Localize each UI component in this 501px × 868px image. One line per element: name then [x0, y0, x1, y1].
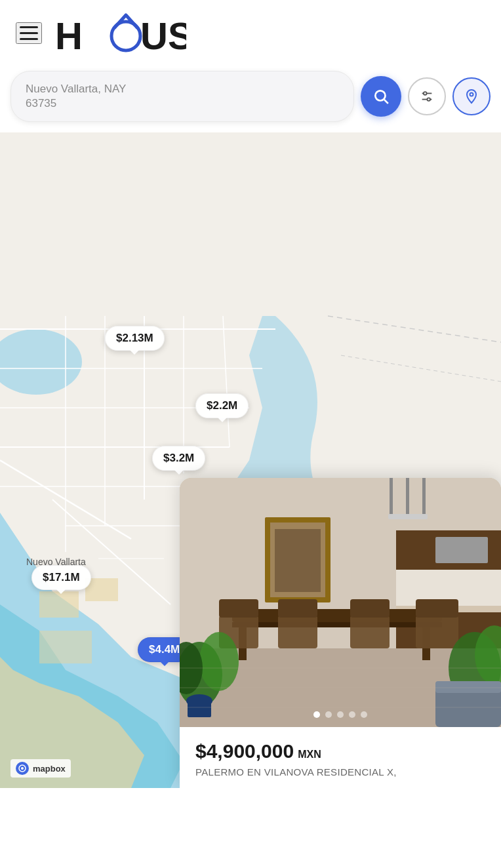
svg-rect-68: [435, 681, 501, 693]
mapbox-text: mapbox: [33, 764, 66, 774]
location-icon: [464, 89, 479, 104]
svg-rect-57: [278, 599, 317, 618]
my-location-button[interactable]: [452, 77, 491, 115]
logo-svg: H US: [55, 10, 186, 56]
svg-rect-48: [232, 609, 442, 622]
svg-rect-47: [435, 537, 488, 563]
filter-icon: [420, 89, 434, 104]
mapbox-icon: [16, 762, 29, 775]
svg-rect-42: [275, 529, 321, 592]
app-header: H US: [0, 0, 501, 66]
svg-rect-38: [422, 478, 426, 517]
svg-point-7: [424, 92, 427, 95]
dot-1[interactable]: [313, 711, 320, 718]
price-pin-1[interactable]: $2.13M: [105, 326, 165, 351]
property-price: $4,900,000 MXN: [195, 740, 485, 762]
map-container[interactable]: Nuevo Vallarta $2.13M $2.2M $3.2M $17.1M…: [0, 132, 501, 788]
svg-rect-49: [232, 622, 442, 627]
property-address: PALERMO EN VILANOVA RESIDENCIAL X,: [195, 766, 485, 778]
price-pin-3[interactable]: $3.2M: [152, 446, 205, 471]
mapbox-svg: [18, 764, 26, 772]
search-icon: [372, 88, 390, 105]
search-zip: 63735: [26, 96, 339, 111]
svg-rect-59: [416, 599, 458, 618]
svg-point-3: [375, 90, 385, 100]
svg-line-4: [384, 100, 388, 104]
svg-rect-31: [39, 631, 92, 663]
dot-3[interactable]: [337, 711, 344, 718]
price-amount: $4,900,000: [195, 740, 294, 762]
svg-rect-29: [39, 591, 79, 618]
price-pin-4[interactable]: $17.1M: [31, 565, 91, 590]
dot-2[interactable]: [325, 711, 332, 718]
search-container: Nuevo Vallarta, NAY 63735: [0, 66, 501, 132]
dot-4[interactable]: [349, 711, 355, 718]
dot-5[interactable]: [361, 711, 367, 718]
svg-point-9: [470, 93, 473, 96]
svg-rect-37: [406, 478, 409, 517]
svg-rect-55: [416, 616, 458, 648]
svg-rect-53: [278, 616, 317, 648]
svg-text:US: US: [140, 14, 186, 56]
property-info: $4,900,000 MXN PALERMO EN VILANOVA RESID…: [180, 727, 501, 788]
app-logo[interactable]: H US: [55, 10, 186, 56]
menu-button[interactable]: [16, 22, 42, 44]
svg-rect-54: [350, 616, 390, 648]
svg-rect-58: [350, 599, 390, 618]
mapbox-logo: mapbox: [10, 759, 71, 778]
property-card[interactable]: $4,900,000 MXN PALERMO EN VILANOVA RESID…: [180, 478, 501, 788]
search-button[interactable]: [361, 76, 401, 117]
svg-point-73: [21, 767, 24, 770]
svg-rect-39: [388, 514, 428, 519]
svg-point-61: [199, 632, 239, 691]
svg-rect-36: [390, 478, 393, 517]
search-input-box[interactable]: Nuevo Vallarta, NAY 63735: [10, 71, 354, 122]
property-image: [180, 478, 501, 727]
filter-button[interactable]: [408, 77, 446, 115]
svg-text:H: H: [55, 14, 83, 56]
svg-point-8: [427, 98, 430, 101]
search-location: Nuevo Vallarta, NAY: [26, 82, 339, 96]
price-pin-2[interactable]: $2.2M: [195, 393, 249, 418]
price-currency: MXN: [298, 749, 321, 760]
svg-rect-56: [219, 599, 258, 618]
image-dots: [313, 711, 367, 718]
property-photo: [180, 478, 501, 727]
